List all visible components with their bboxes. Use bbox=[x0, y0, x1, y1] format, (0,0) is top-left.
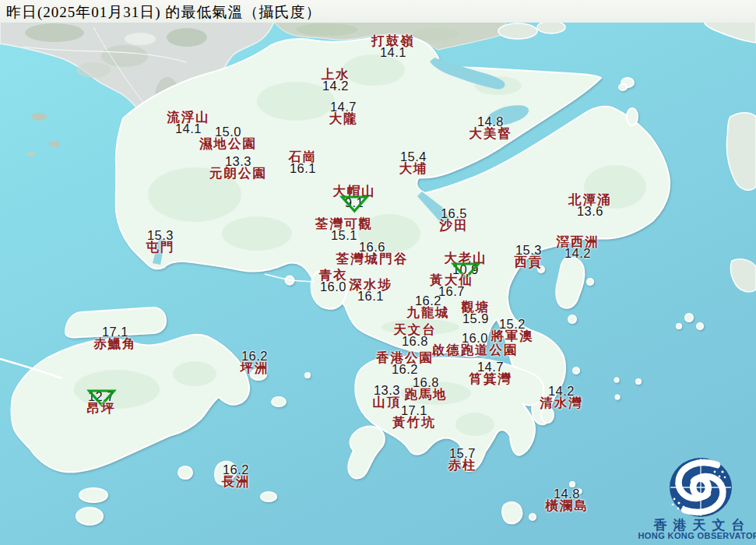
station-name: 荃灣城門谷 bbox=[336, 253, 409, 265]
hko-logo-english: HONG KONG OBSERVATORY bbox=[638, 531, 756, 540]
station-label: 16.2九龍城 bbox=[406, 295, 450, 318]
station-name: 元朗公園 bbox=[209, 167, 267, 179]
station-label: 16.8跑馬地 bbox=[404, 377, 448, 400]
station-label: 16.5沙田 bbox=[440, 208, 469, 231]
station-value: 14.1 bbox=[371, 47, 415, 58]
station-name: 屯門 bbox=[146, 241, 175, 253]
station-name: 濕地公園 bbox=[199, 138, 257, 149]
station-labels-layer: 打鼓嶺14.1上水14.214.7大隴流浮山14.115.0濕地公園13.3元朗… bbox=[0, 0, 756, 545]
weather-map-screen: 昨日(2025年01月31日) 的最低氣溫（攝氏度） 打鼓嶺14.1上水14.2… bbox=[0, 0, 756, 545]
station-label: 14.7大隴 bbox=[329, 101, 358, 125]
station-name: 大隴 bbox=[329, 113, 358, 125]
station-label: 13.3元朗公園 bbox=[209, 156, 267, 179]
station-name: 啟德跑道公園 bbox=[432, 344, 519, 356]
station-name: 跑馬地 bbox=[404, 389, 448, 400]
station-label: 15.0濕地公園 bbox=[199, 126, 257, 149]
station-name: 筲箕灣 bbox=[469, 373, 512, 385]
station-label: 14.8橫瀾島 bbox=[545, 488, 589, 512]
station-name: 長洲 bbox=[222, 476, 251, 487]
station-name: 清水灣 bbox=[540, 397, 583, 409]
station-label: 14.7筲箕灣 bbox=[469, 361, 512, 385]
station-label: 香港公園16.2 bbox=[376, 352, 434, 375]
station-name: 赤柱 bbox=[448, 459, 477, 471]
station-label: 15.4大埔 bbox=[399, 151, 428, 174]
station-value: 14.2 bbox=[322, 80, 350, 92]
station-name: 坪洲 bbox=[241, 362, 269, 374]
station-name: 赤鱲角 bbox=[93, 338, 137, 350]
station-label: 深水埗16.1 bbox=[349, 279, 392, 302]
station-label: 17.1黃竹坑 bbox=[392, 405, 436, 428]
station-name: 沙田 bbox=[440, 220, 469, 231]
station-label: 14.8大美督 bbox=[469, 116, 512, 139]
station-label: 青衣16.0 bbox=[319, 269, 348, 293]
station-label: 大帽山9.1 bbox=[332, 185, 376, 209]
station-label: 16.2長洲 bbox=[222, 464, 251, 487]
station-name: 西貢 bbox=[515, 256, 543, 268]
station-name: 大埔 bbox=[399, 163, 428, 174]
map-title: 昨日(2025年01月31日) 的最低氣溫（攝氏度） bbox=[6, 2, 321, 23]
station-label: 石崗16.1 bbox=[289, 151, 318, 174]
station-name: 黃竹坑 bbox=[392, 417, 436, 428]
station-value: 16.1 bbox=[289, 163, 318, 174]
station-name: 大美督 bbox=[469, 128, 512, 139]
station-label: 15.3西貢 bbox=[515, 244, 543, 268]
station-label: 14.2清水灣 bbox=[540, 385, 583, 409]
station-label: 16.0啟德跑道公園 bbox=[432, 332, 519, 356]
station-label: 16.6荃灣城門谷 bbox=[336, 241, 409, 265]
station-label: 15.3屯門 bbox=[146, 230, 175, 253]
station-label: 17.1赤鱲角 bbox=[93, 326, 137, 350]
station-value: 14.2 bbox=[556, 248, 600, 259]
station-label: 16.2坪洲 bbox=[241, 350, 269, 374]
station-name: 九龍城 bbox=[406, 307, 450, 318]
station-label: 荃灣可觀15.1 bbox=[315, 218, 373, 241]
station-value: 16.8 bbox=[393, 336, 437, 347]
station-value: 15.9 bbox=[462, 313, 491, 325]
station-value: 13.6 bbox=[568, 206, 612, 217]
station-value: 16.2 bbox=[376, 364, 434, 375]
station-label: 12.7昂坪 bbox=[87, 391, 116, 414]
station-label: 上水14.2 bbox=[322, 69, 350, 92]
station-label: 天文台16.8 bbox=[393, 324, 437, 347]
title-bar: 昨日(2025年01月31日) 的最低氣溫（攝氏度） bbox=[0, 0, 756, 23]
station-value: 16.0 bbox=[319, 281, 348, 293]
station-label: 打鼓嶺14.1 bbox=[371, 35, 415, 58]
station-label: 15.7赤柱 bbox=[448, 448, 477, 471]
station-name: 橫瀾島 bbox=[545, 500, 589, 512]
station-value: 16.1 bbox=[349, 290, 392, 302]
station-name: 昂坪 bbox=[87, 403, 116, 414]
station-label: 觀塘15.9 bbox=[462, 301, 491, 325]
station-label: 北潭涌13.6 bbox=[568, 194, 612, 217]
min-temp-marker-icon bbox=[339, 195, 369, 213]
station-label: 滘西洲14.2 bbox=[556, 236, 600, 259]
station-value: 9.1 bbox=[332, 197, 376, 209]
